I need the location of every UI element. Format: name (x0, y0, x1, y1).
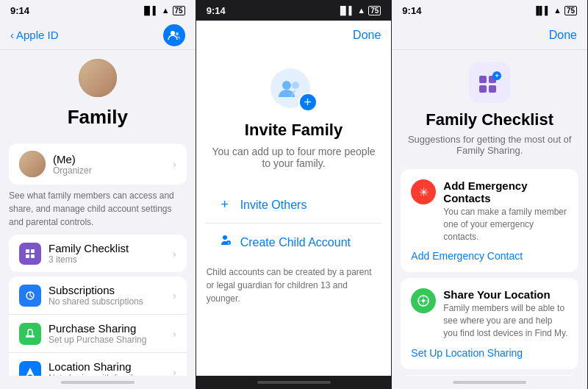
panel-invite: 9:14 ▐▌▌ ▲ 75 Done + Invite F (196, 0, 392, 389)
panel1-content: Family (Me) Organizer › See what family … (0, 50, 196, 376)
back-label: Apple ID (16, 29, 59, 41)
svg-rect-13 (479, 76, 487, 83)
item2-text: Share Your Location Family members will … (443, 288, 568, 339)
invite-note: Child accounts can be created by a paren… (207, 265, 381, 305)
member-text: (Me) Organizer (53, 153, 165, 176)
svg-point-9 (292, 82, 299, 89)
purchase-text: Purchase Sharing Set up Purchase Sharing (49, 322, 165, 345)
family-title: Family (68, 106, 128, 129)
panel3-content: + Family Checklist Suggestions for getti… (392, 50, 587, 376)
item2-header: Share Your Location Family members will … (411, 288, 568, 339)
home-indicator-3 (392, 376, 587, 389)
member-role: Organizer (53, 165, 165, 176)
svg-point-20 (422, 299, 425, 302)
wifi-icon-3: ▲ (553, 6, 562, 15)
purchase-label: Purchase Sharing (49, 322, 165, 335)
done-button-2[interactable]: Done (353, 29, 381, 42)
svg-rect-15 (479, 85, 487, 93)
svg-rect-7 (26, 335, 35, 338)
create-child-label: Create Child Account (240, 236, 351, 249)
avatar-cluster (68, 57, 127, 101)
family-avatar (77, 57, 118, 99)
checklist-page-subtitle: Suggestions for getting the most out of … (404, 134, 576, 156)
checklist-card: Family Checklist 3 items › (9, 235, 187, 272)
status-time-2: 9:14 (207, 5, 226, 16)
purchase-row[interactable]: Purchase Sharing Set up Purchase Sharing… (9, 315, 187, 353)
invite-others-label: Invite Others (240, 199, 307, 212)
nav-bar-3: Done (392, 21, 587, 50)
subscriptions-chevron-icon: › (173, 290, 176, 301)
invite-icon-cluster: + (270, 65, 318, 112)
invite-header: + Invite Family You can add up to four m… (196, 50, 392, 176)
svg-point-0 (171, 31, 175, 35)
back-apple-id[interactable]: ‹ Apple ID (10, 29, 59, 41)
subscriptions-text: Subscriptions No shared subscriptions (49, 284, 165, 307)
home-indicator-2 (196, 376, 392, 389)
svg-rect-3 (31, 249, 35, 253)
signal-icon-3: ▐▌▌ (534, 6, 551, 15)
svg-point-8 (282, 81, 291, 90)
invite-others-row[interactable]: + Invite Others (205, 187, 383, 224)
item2-title: Share Your Location (443, 288, 568, 301)
checklist-icon (19, 243, 41, 265)
member-avatar (19, 151, 46, 177)
item1-desc: You can make a family member one of your… (443, 206, 568, 243)
signal-icon: ▐▌▌ (141, 6, 158, 15)
member-chevron-icon: › (173, 158, 176, 170)
subscriptions-sub: No shared subscriptions (49, 296, 165, 307)
checklist-text: Family Checklist 3 items (49, 242, 165, 265)
member-name: (Me) (53, 153, 165, 165)
invite-subtitle: You can add up to four more people to yo… (211, 146, 377, 169)
purchase-sub: Set up Purchase Sharing (49, 335, 165, 345)
panel-family: 9:14 ▐▌▌ ▲ 75 ‹ Apple ID (0, 0, 196, 389)
status-icons-2: ▐▌▌ ▲ 75 (337, 6, 381, 15)
status-icons-1: ▐▌▌ ▲ 75 (141, 6, 184, 15)
item1-title: Add Emergency Contacts (443, 179, 568, 204)
emergency-icon: ✳ (411, 179, 436, 204)
svg-point-1 (176, 32, 179, 35)
location-row[interactable]: Location Sharing Not sharing with family… (9, 353, 187, 376)
create-child-row[interactable]: + Create Child Account (205, 224, 383, 261)
item2-link[interactable]: Set Up Location Sharing (411, 347, 568, 359)
location-share-icon (411, 288, 436, 313)
item1-text: Add Emergency Contacts You can make a fa… (443, 179, 568, 243)
svg-point-10 (223, 235, 227, 240)
status-icons-3: ▐▌▌ ▲ 75 (534, 6, 577, 15)
location-text: Location Sharing Not sharing with family (49, 360, 165, 376)
done-button-3[interactable]: Done (549, 29, 577, 42)
nav-bar-2: Done (196, 21, 392, 50)
purchase-chevron-icon: › (173, 328, 176, 340)
checklist-row[interactable]: Family Checklist 3 items › (9, 235, 187, 272)
subscriptions-row[interactable]: Subscriptions No shared subscriptions › (9, 276, 187, 315)
purchase-icon (19, 323, 41, 345)
svg-text:+: + (495, 72, 499, 79)
invite-others-icon: + (217, 197, 233, 213)
status-time-1: 9:14 (10, 5, 29, 16)
status-time-3: 9:14 (402, 5, 421, 16)
invite-actions-card: + Invite Others + Create Child Account (205, 187, 383, 261)
family-info-text: See what family members can access and s… (9, 189, 187, 229)
home-indicator-1 (0, 376, 196, 389)
status-bar-3: 9:14 ▐▌▌ ▲ 75 (392, 0, 587, 21)
item2-desc: Family members will be able to see where… (443, 302, 568, 339)
wifi-icon: ▲ (162, 6, 170, 15)
location-icon (19, 361, 41, 376)
checklist-header: + Family Checklist Suggestions for getti… (392, 50, 587, 163)
battery-icon-2: 75 (368, 6, 381, 15)
member-card: (Me) Organizer › (9, 143, 187, 185)
add-family-icon[interactable] (163, 24, 185, 46)
subscriptions-icon (19, 285, 41, 307)
invite-title: Invite Family (245, 121, 343, 140)
chevron-left-icon: ‹ (10, 29, 14, 41)
checklist-count: 3 items (49, 254, 165, 265)
svg-rect-16 (489, 85, 496, 93)
checklist-page-title: Family Checklist (426, 110, 553, 129)
member-row[interactable]: (Me) Organizer › (9, 143, 187, 185)
wifi-icon-2: ▲ (357, 6, 365, 15)
checklist-label: Family Checklist (49, 242, 165, 254)
item1-link[interactable]: Add Emergency Contact (411, 250, 568, 262)
location-chevron-icon: › (173, 366, 176, 376)
create-child-icon: + (217, 234, 233, 251)
svg-rect-2 (26, 249, 29, 253)
features-card: Subscriptions No shared subscriptions › … (9, 276, 187, 376)
